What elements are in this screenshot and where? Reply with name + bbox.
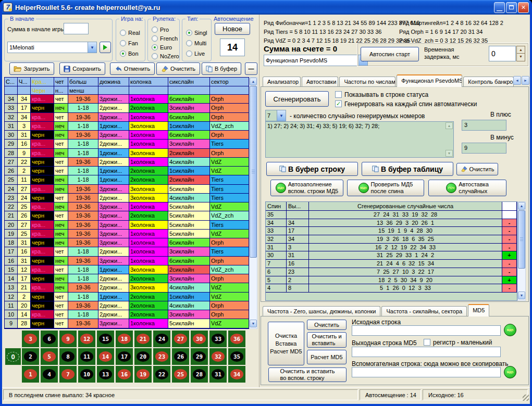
md5-clear-paste-button[interactable]: Очистить ивставить xyxy=(307,332,347,348)
board-cell[interactable]: 36 xyxy=(228,331,245,347)
resize-grip[interactable] xyxy=(523,395,529,401)
radio-dot-icon[interactable] xyxy=(186,30,192,36)
undo-button[interactable]: Отменить xyxy=(110,62,155,75)
load-button[interactable]: Загрузить xyxy=(9,62,54,75)
close-button[interactable]: ✕ xyxy=(518,2,529,13)
radio-pro[interactable]: Pro xyxy=(152,27,169,33)
clear-button[interactable]: Очистить xyxy=(156,62,200,75)
autospin-button[interactable]: Автоспин старт xyxy=(361,47,419,61)
board-cell[interactable]: 1 xyxy=(22,366,39,383)
start-sum-input[interactable] xyxy=(64,23,89,34)
auto-generate-checkbox[interactable]: ✓ Генерировать на каждый спин автоматиче… xyxy=(335,100,477,108)
scroll-down-icon[interactable]: ▼ xyxy=(250,320,257,327)
spinner-down-icon[interactable]: ▼ xyxy=(517,54,525,60)
board-cell[interactable]: 34 xyxy=(228,366,245,383)
board-cell[interactable]: 15 xyxy=(97,331,114,347)
board-cell[interactable]: 25 xyxy=(172,366,189,383)
generated-line-textarea[interactable]: 1) 27; 2) 24; 3) 31; 4) 33; 5) 19; 6) 32… xyxy=(265,121,454,158)
scroll-down-icon[interactable]: ▼ xyxy=(518,291,525,299)
radio-dot-icon[interactable] xyxy=(120,50,126,57)
md5-clear-paste-aux-button[interactable]: Очистить и вставитьво вспом. строку xyxy=(268,367,347,382)
radio-dot-icon[interactable] xyxy=(152,44,158,50)
profile-combo[interactable]: 1Melonati ▼ xyxy=(7,42,97,53)
board-cell[interactable]: 13 xyxy=(97,366,114,383)
board-cell[interactable]: 29 xyxy=(191,348,208,365)
board-cell[interactable]: 12 xyxy=(78,331,95,347)
board-cell[interactable]: 3 xyxy=(22,331,39,347)
radio-dot-icon[interactable] xyxy=(152,53,158,59)
board-cell[interactable]: 6 xyxy=(41,331,58,347)
radio-dot-icon[interactable] xyxy=(186,40,192,46)
autofill-md5-button[interactable]: МД5 Автозаполнениевспом. строки МД5 xyxy=(270,180,343,196)
tab-freq-0[interactable]: Частота - Zero, шансы, дюжины, колонки xyxy=(263,306,380,316)
tab-main-3[interactable]: Функционал PsevdoMS xyxy=(397,74,462,87)
scroll-thumb[interactable] xyxy=(518,210,525,269)
generated-table[interactable]: СпинВы...Сгенерированные случайные числа… xyxy=(265,201,517,301)
radio-french[interactable]: French xyxy=(152,35,178,42)
radio-euro[interactable]: Euro xyxy=(152,44,172,50)
spinner-up-icon[interactable]: ▲ xyxy=(517,46,525,54)
tab-main-0[interactable]: Анализатор xyxy=(263,77,301,87)
generated-table-scrollbar[interactable]: ▲▼ xyxy=(517,201,526,301)
radio-multi[interactable]: Multi xyxy=(186,40,206,46)
radio-dot-icon[interactable] xyxy=(120,40,126,46)
board-cell[interactable]: 24 xyxy=(153,331,170,347)
lowercase-checkbox[interactable]: регистр - маленький xyxy=(424,339,492,346)
spins-table-scrollbar[interactable]: ▲▼ xyxy=(249,77,257,329)
save-button[interactable]: Сохранить xyxy=(59,62,105,75)
buffer-line-button[interactable]: В буфер строку xyxy=(266,162,358,176)
md5-clear-button[interactable]: Очистить xyxy=(307,320,347,330)
delay-value[interactable]: 0 xyxy=(489,46,516,61)
radio-live[interactable]: Live xyxy=(186,50,205,57)
minus-button[interactable]: — xyxy=(245,62,257,75)
count-combo[interactable]: 7 ▼ xyxy=(265,110,286,121)
aux-string-input[interactable] xyxy=(352,367,501,377)
delay-spinner[interactable]: ▲ ▼ xyxy=(516,46,525,61)
radio-fan[interactable]: Fan xyxy=(120,40,138,46)
source-string-input[interactable] xyxy=(352,325,501,336)
scroll-up-icon[interactable]: ▲ xyxy=(518,202,525,210)
scroll-up-icon[interactable]: ▲ xyxy=(446,122,453,129)
play-button[interactable] xyxy=(100,42,111,53)
checkbox-checked-icon[interactable]: ✓ xyxy=(335,100,342,107)
tab-scroll-left-icon[interactable]: ◄ xyxy=(513,76,521,85)
radio-bon[interactable]: Bon xyxy=(120,50,139,57)
tab-main-4[interactable]: Контроль банкро xyxy=(463,77,514,87)
md5-big-button[interactable]: ОчисткаВставкаРасчет MD5 xyxy=(268,322,304,365)
radio-nozero[interactable]: NoZero xyxy=(152,53,179,59)
board-cell[interactable]: 32 xyxy=(209,348,227,365)
board-cell[interactable]: 10 xyxy=(78,366,95,383)
board-cell[interactable]: 9 xyxy=(59,331,77,347)
copy-buffer-button[interactable]: В буфер xyxy=(202,62,241,75)
maximize-button[interactable] xyxy=(506,2,517,13)
checkbox-unchecked-icon[interactable] xyxy=(335,91,342,98)
radio-dot-icon[interactable] xyxy=(120,30,126,36)
board-cell[interactable]: 28 xyxy=(191,366,208,383)
radio-real[interactable]: Real xyxy=(120,30,140,36)
board-cell[interactable]: 21 xyxy=(134,331,152,347)
tab-freq-2[interactable]: MD5 xyxy=(468,304,489,316)
md5-icon[interactable]: МД5 xyxy=(504,366,516,378)
buffer-table-button[interactable]: В буфер таблицу xyxy=(362,162,453,176)
generate-button[interactable]: Сгенерировать xyxy=(265,91,329,107)
board-cell[interactable]: 4 xyxy=(41,366,58,383)
board-cell[interactable]: 27 xyxy=(172,331,189,347)
autobet-random-button[interactable]: ГСЧ Автоставкаслучайных xyxy=(428,180,506,196)
board-cell[interactable]: 19 xyxy=(134,366,152,383)
board-cell[interactable]: 31 xyxy=(209,366,227,383)
board-cell[interactable]: 35 xyxy=(228,348,245,365)
radio-dot-icon[interactable] xyxy=(186,50,192,57)
tab-main-2[interactable]: Частоты по числам xyxy=(339,77,395,87)
md5-icon[interactable]: МД5 xyxy=(504,324,516,336)
board-cell[interactable]: 30 xyxy=(191,331,208,347)
radio-dot-icon[interactable] xyxy=(152,27,158,33)
clear-generated-button[interactable]: Очистить xyxy=(456,163,498,175)
board-cell[interactable]: 18 xyxy=(116,331,133,347)
board-cell[interactable]: 26 xyxy=(172,348,189,365)
board-cell[interactable]: 20 xyxy=(134,348,152,365)
md5-calc-button[interactable]: Расчет MD5 xyxy=(307,350,347,364)
board-cell[interactable]: 23 xyxy=(153,348,170,365)
board-cell[interactable]: 17 xyxy=(116,348,133,365)
scroll-up-icon[interactable]: ▲ xyxy=(250,78,257,85)
board-cell[interactable]: 5 xyxy=(41,348,58,365)
